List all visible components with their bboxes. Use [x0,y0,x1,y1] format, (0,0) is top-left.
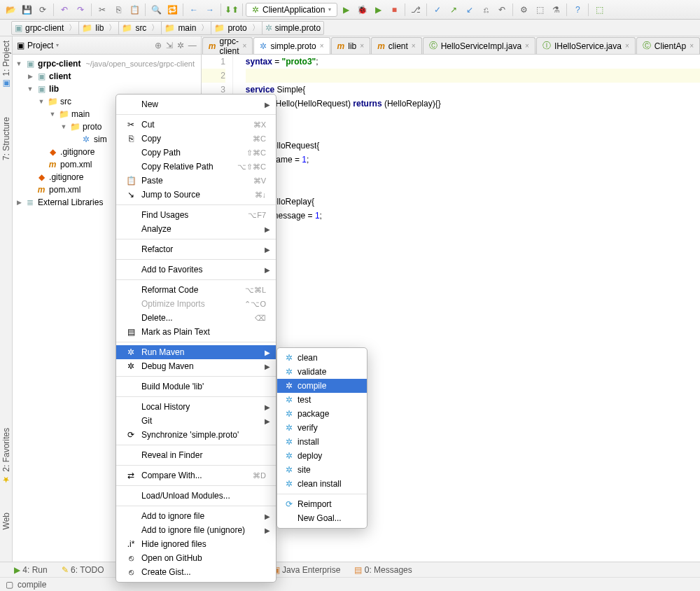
todo-tool-tab[interactable]: ✎ 6: TODO [62,565,104,575]
sync-icon[interactable]: ⟳ [35,2,50,18]
paste-icon[interactable]: 📋 [127,2,142,18]
menu-item[interactable]: ⇄Compare With...⌘D [116,468,276,482]
menu-item[interactable]: Reformat Code⌥⌘L [116,283,276,297]
settings-icon[interactable]: ✲ [177,41,184,50]
replace-icon[interactable]: 🔁 [164,2,180,18]
submenu-item[interactable]: ✲install [277,435,367,449]
cut-icon[interactable]: ✂ [94,2,110,18]
editor-tab[interactable]: mlib× [331,37,371,54]
close-icon[interactable]: × [320,42,324,50]
breadcrumb-item[interactable]: 📁proto [211,21,262,35]
submenu-item[interactable]: ✲test [277,393,367,407]
menu-item[interactable]: Add to ignore file▶ [116,509,276,523]
close-icon[interactable]: × [690,42,694,50]
close-icon[interactable]: × [243,42,247,50]
editor-tab[interactable]: ⒸClientAp× [636,37,700,54]
menu-item[interactable]: Delete...⌫ [116,311,276,325]
stop-icon[interactable]: ■ [386,2,402,18]
menu-item[interactable]: Analyze▶ [116,222,276,236]
menu-item[interactable]: Find Usages⌥F7 [116,208,276,222]
menu-item[interactable]: ⟳Synchronize 'simple.proto' [116,428,276,442]
menu-item[interactable]: ⎋Create Gist... [116,565,276,579]
menu-item[interactable]: New▶ [116,97,276,111]
revert-icon[interactable]: ⎌ [478,2,493,18]
redo-icon[interactable]: ↷ [73,2,88,18]
vcs-icon[interactable]: ⎇ [408,2,424,18]
submenu-item[interactable]: ✲compile [277,379,367,393]
project-tool-tab[interactable]: ▣1: Project [1,41,11,89]
editor-tab[interactable]: mclient× [371,37,422,54]
submenu-item[interactable]: ✲deploy [277,449,367,463]
build-icon[interactable]: ⬇⬆ [224,2,239,18]
run-configuration-selector[interactable]: ✲ClientApplication▾ [246,3,337,17]
save-icon[interactable]: 💾 [19,2,34,18]
rollback-icon[interactable]: ↶ [494,2,510,18]
breadcrumb-item[interactable]: ✲simple.proto [262,21,324,35]
menu-item[interactable]: Add to ignore file (unignore)▶ [116,523,276,537]
editor-tab[interactable]: ⒾIHelloService.java× [536,37,636,54]
settings-icon[interactable]: ⚙ [516,2,531,18]
submenu-item[interactable]: ✲validate [277,365,367,379]
coverage-icon[interactable]: ▶ [370,2,386,18]
sdk-icon[interactable]: ⚗ [548,2,564,18]
menu-item[interactable]: Local History▶ [116,400,276,414]
jrebel-icon[interactable]: ⬚ [592,2,607,18]
menu-item[interactable]: Refactor▶ [116,242,276,256]
scroll-from-icon[interactable]: ⊕ [155,41,162,50]
menu-item[interactable]: ⎋Open on GitHub [116,551,276,565]
breadcrumb-item[interactable]: 📁lib [78,21,120,35]
menu-item[interactable]: .i*Hide ignored files [116,537,276,551]
submenu-item[interactable]: New Goal... [277,511,367,525]
forward-icon[interactable]: → [202,2,218,18]
project-view-selector[interactable]: ▣ Project ▾ [17,41,150,50]
editor-tab[interactable]: mgrpc-client× [202,37,253,54]
back-icon[interactable]: ← [186,2,202,18]
submenu-item[interactable]: ✲clean [277,351,367,365]
close-icon[interactable]: × [412,42,416,50]
tree-row[interactable]: ▶▣client [13,70,201,83]
collapse-icon[interactable]: ⇲ [166,41,173,50]
javaee-tool-tab[interactable]: ▣ Java Enterprise [272,565,341,575]
web-tool-tab[interactable]: Web [1,513,11,529]
breadcrumb-item[interactable]: 📁main [161,21,212,35]
menu-item[interactable]: ✲Debug Maven▶ [116,359,276,373]
menu-item[interactable]: Reveal in Finder [116,448,276,462]
favorites-tool-tab[interactable]: ★2: Favorites [1,428,11,485]
copy-icon[interactable]: ⎘ [111,2,126,18]
breadcrumb-item[interactable]: 📁src [118,21,162,35]
messages-tool-tab[interactable]: ▤ 0: Messages [354,565,412,575]
menu-item[interactable]: Copy Relative Path⌥⇧⌘C [116,160,276,174]
submenu-item[interactable]: ✲site [277,463,367,477]
structure-icon[interactable]: ⬚ [532,2,547,18]
menu-item[interactable]: 📋Paste⌘V [116,174,276,188]
menu-item[interactable]: Load/Unload Modules... [116,489,276,503]
update-icon[interactable]: ✓ [430,2,445,18]
close-icon[interactable]: × [525,42,529,50]
editor-tab[interactable]: ⒸHelloServiceImpl.java× [423,37,536,54]
menu-item[interactable]: ✲Run Maven▶ [116,345,276,359]
undo-icon[interactable]: ↶ [57,2,72,18]
status-icon[interactable]: ▢ [6,580,13,590]
run-tool-tab[interactable]: ▶ 4: Run [14,565,48,575]
history-icon[interactable]: ↙ [462,2,477,18]
structure-tool-tab[interactable]: 7: Structure [1,117,11,160]
hide-icon[interactable]: — [188,41,197,50]
menu-item[interactable]: Build Module 'lib' [116,380,276,394]
menu-item[interactable]: Git▶ [116,414,276,428]
close-icon[interactable]: × [360,42,364,50]
submenu-item[interactable]: ✲clean install [277,477,367,491]
close-icon[interactable]: × [625,42,629,50]
menu-item[interactable]: ↘Jump to Source⌘↓ [116,188,276,202]
run-icon[interactable]: ▶ [338,2,354,18]
tree-row[interactable]: ▼▣grpc-client~/java/open_sources/grpc-cl… [13,57,201,70]
find-icon[interactable]: 🔍 [148,2,164,18]
open-icon[interactable]: 📂 [3,2,18,18]
menu-item[interactable]: Optimize Imports⌃⌥O [116,297,276,311]
breadcrumb-item[interactable]: ▣grpc-client [11,21,80,35]
menu-item[interactable]: ▤Mark as Plain Text [116,325,276,339]
editor-tab[interactable]: ✲simple.proto× [253,37,330,54]
menu-item[interactable]: Add to Favorites▶ [116,263,276,277]
commit-icon[interactable]: ↗ [446,2,461,18]
submenu-item[interactable]: ⟳Reimport [277,497,367,511]
menu-item[interactable]: ⎘Copy⌘C [116,132,276,146]
